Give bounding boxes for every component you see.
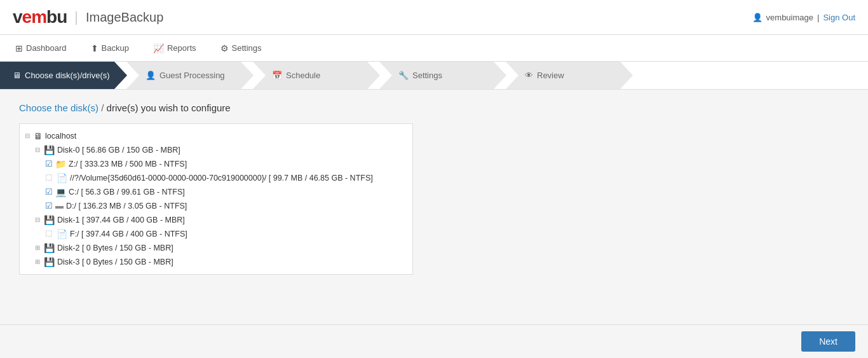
drive-z-label: Z:/ [ 333.23 MB / 500 MB - NTFS] [69,157,187,171]
wizard-step-review-label: Review [537,71,564,80]
backup-icon: ⬆ [91,43,98,53]
disk0-expander[interactable]: ⊟ [35,143,43,157]
title-sep: / [98,102,107,113]
username: vembuimage [766,13,813,22]
drive-c-label: C:/ [ 56.3 GB / 99.61 GB - NTFS] [69,185,185,199]
schedule-icon: 📅 [272,71,282,80]
nav-backup[interactable]: ⬆ Backup [88,35,132,61]
wizard-step-schedule[interactable]: 📅 Schedule [253,62,380,89]
drive-d-label: D:/ [ 136.23 MB / 3.05 GB - NTFS] [66,199,187,213]
disk2-expander[interactable]: ⊞ [35,241,43,255]
settings-wizard-icon: 🔧 [398,71,409,80]
drive-f-check[interactable]: ☐ [45,227,54,241]
title-part2: drive(s) you wish to configure [107,102,231,113]
guest-processing-icon: 👤 [146,71,156,80]
disk1-expander[interactable]: ⊟ [35,213,43,227]
root-label: localhost [45,129,76,143]
root-expander[interactable]: ⊟ [25,129,32,143]
wizard-step-choose-disks[interactable]: 🖥 Choose disk(s)/drive(s) [0,62,127,89]
wizard-steps: 🖥 Choose disk(s)/drive(s) 👤 Guest Proces… [0,62,868,90]
settings-nav-icon: ⚙ [220,43,229,53]
drive-z-check[interactable]: ☑ [45,157,53,171]
tree-root-localhost: ⊟ 🖥 localhost [25,129,407,143]
disk0-icon: 💾 [44,143,55,157]
server-icon: 🖥 [34,129,43,143]
title-part1: Choose the disk(s) [19,102,98,113]
nav-dashboard-label: Dashboard [26,43,67,53]
drive-d-row[interactable]: ☑ ▬ D:/ [ 136.23 MB / 3.05 GB - NTFS] [25,199,407,213]
drive-c-row[interactable]: ☑ 💻 C:/ [ 56.3 GB / 99.61 GB - NTFS] [25,185,407,199]
navbar: ⊞ Dashboard ⬆ Backup 📈 Reports ⚙ Setting… [0,35,868,62]
wizard-step-guest-processing-label: Guest Processing [159,71,225,80]
disk2-label: Disk-2 [ 0 Bytes / 150 GB - MBR] [57,241,173,255]
signout-link[interactable]: Sign Out [823,13,855,22]
nav-settings-label: Settings [232,43,262,53]
wizard-step-guest-processing[interactable]: 👤 Guest Processing [126,62,254,89]
drive-f-label: F:/ [ 397.44 GB / 400 GB - NTFS] [70,227,187,241]
drive-z-row[interactable]: ☑ 📁 Z:/ [ 333.23 MB / 500 MB - NTFS] [25,157,407,171]
disk-tree: ⊟ 🖥 localhost ⊟ 💾 Disk-0 [ 56.86 GB / 15… [19,123,413,275]
logo-area: vembu | ImageBackup [13,7,163,27]
disk-3-row: ⊞ 💾 Disk-3 [ 0 Bytes / 150 GB - MBR] [25,255,407,269]
disk1-icon: 💾 [44,213,55,227]
user-icon: 👤 [752,13,763,22]
wizard-step-settings[interactable]: 🔧 Settings [379,62,506,89]
disk-0-row: ⊟ 💾 Disk-0 [ 56.86 GB / 150 GB - MBR] [25,143,407,157]
nav-backup-label: Backup [102,43,129,53]
disk0-label: Disk-0 [ 56.86 GB / 150 GB - MBR] [57,143,180,157]
wizard-step-settings-label: Settings [412,71,442,80]
disk-1-row: ⊟ 💾 Disk-1 [ 397.44 GB / 400 GB - MBR] [25,213,407,227]
disk3-label: Disk-3 [ 0 Bytes / 150 GB - MBR] [57,255,173,269]
volume-icon: 📄 [57,171,67,185]
drive-d-check[interactable]: ☑ [45,199,53,213]
wizard-step-choose-disks-label: Choose disk(s)/drive(s) [25,71,110,80]
page-title: Choose the disk(s) / drive(s) you wish t… [19,102,849,113]
nav-reports-label: Reports [167,43,196,53]
product-name: ImageBackup [86,10,163,25]
drive-c-icon: 💻 [55,185,66,199]
disk2-icon: 💾 [44,241,55,255]
disk3-expander[interactable]: ⊞ [35,255,43,269]
nav-settings[interactable]: ⚙ Settings [218,35,264,61]
drive-f-row[interactable]: ☐ 📄 F:/ [ 397.44 GB / 400 GB - NTFS] [25,227,407,241]
drive-f-icon: 📄 [57,227,67,241]
wizard-step-review[interactable]: 👁 Review [506,62,633,89]
user-area: 👤 vembuimage | Sign Out [752,13,855,22]
logo-text: vembu [13,7,67,27]
disk3-icon: 💾 [44,255,55,269]
disk1-label: Disk-1 [ 397.44 GB / 400 GB - MBR] [57,213,185,227]
dashboard-icon: ⊞ [15,43,23,53]
volume-check[interactable]: ☐ [45,171,54,185]
volume-row[interactable]: ☐ 📄 //?/Volume{35d60d61-0000-0000-0000-7… [25,171,407,185]
nav-reports[interactable]: 📈 Reports [151,35,199,61]
volume-label: //?/Volume{35d60d61-0000-0000-0000-70c91… [70,171,373,185]
review-icon: 👁 [525,71,533,80]
drive-c-check[interactable]: ☑ [45,185,53,199]
drive-z-icon: 📁 [55,157,66,171]
main-content: Choose the disk(s) / drive(s) you wish t… [0,90,868,287]
disk-2-row: ⊞ 💾 Disk-2 [ 0 Bytes / 150 GB - MBR] [25,241,407,255]
wizard-step-schedule-label: Schedule [286,71,320,80]
header: vembu | ImageBackup 👤 vembuimage | Sign … [0,0,868,35]
reports-icon: 📈 [153,43,164,53]
choose-disks-icon: 🖥 [13,71,21,80]
nav-dashboard[interactable]: ⊞ Dashboard [13,35,69,61]
